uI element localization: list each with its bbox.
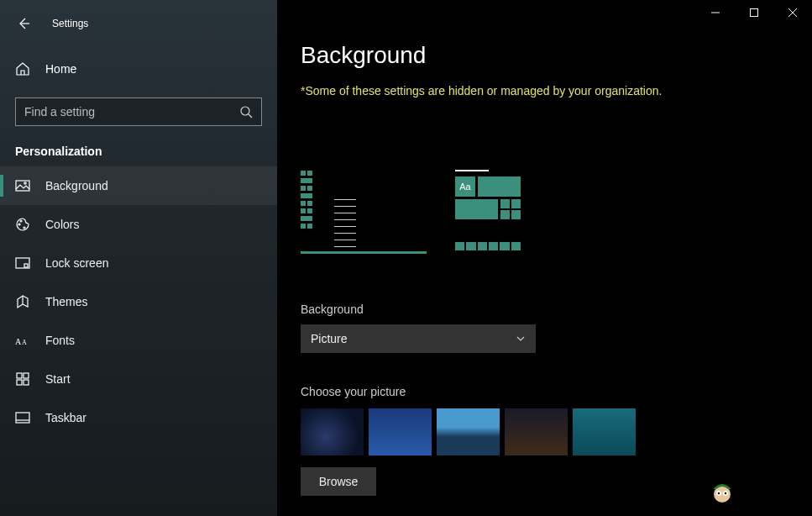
svg-point-23 (718, 492, 720, 494)
svg-rect-10 (17, 373, 22, 378)
preview-taskbar (301, 251, 427, 254)
search-box[interactable] (15, 97, 262, 126)
maximize-button[interactable] (735, 0, 773, 25)
svg-rect-1 (16, 181, 29, 191)
picture-thumb[interactable] (301, 408, 364, 455)
preview-start-page: Aa (455, 170, 521, 250)
background-dropdown[interactable]: Picture (301, 324, 536, 353)
minimize-icon (711, 8, 720, 17)
sidebar-item-taskbar[interactable]: Taskbar (0, 398, 277, 437)
home-icon (15, 61, 30, 76)
svg-rect-13 (24, 380, 29, 385)
close-icon (788, 8, 797, 17)
sidebar-item-label: Lock screen (45, 256, 108, 270)
home-label: Home (45, 62, 76, 76)
app-title: Settings (52, 18, 88, 29)
back-button[interactable] (15, 15, 32, 32)
home-nav[interactable]: Home (0, 50, 277, 87)
chevron-down-icon (516, 334, 526, 344)
svg-rect-17 (751, 9, 758, 17)
picture-thumb[interactable] (505, 408, 568, 455)
choose-picture-label: Choose your picture (301, 385, 812, 398)
svg-point-4 (20, 220, 22, 222)
sidebar-item-colors[interactable]: Colors (0, 205, 277, 244)
svg-point-0 (241, 107, 249, 115)
start-icon (15, 371, 30, 387)
preview-title-line (455, 170, 489, 171)
sidebar-item-themes[interactable]: Themes (0, 282, 277, 321)
svg-text:A: A (22, 339, 27, 346)
svg-rect-12 (17, 380, 22, 385)
background-dropdown-label: Background (301, 303, 812, 316)
back-arrow-icon (17, 17, 30, 30)
mascot-icon (708, 477, 736, 506)
background-dropdown-value: Picture (311, 332, 348, 345)
taskbar-icon (15, 410, 30, 425)
fonts-icon: A A (15, 333, 30, 348)
sidebar-item-label: Start (45, 372, 71, 386)
browse-button-label: Browse (319, 475, 359, 488)
picture-thumbnails (301, 408, 812, 455)
sidebar-item-fonts[interactable]: A A Fonts (0, 321, 277, 360)
picture-thumb[interactable] (573, 408, 636, 455)
svg-point-24 (725, 492, 726, 494)
theme-preview: Aa (301, 170, 812, 254)
picture-thumb[interactable] (437, 408, 500, 455)
sidebar-item-background[interactable]: Background (0, 166, 277, 205)
svg-point-2 (24, 182, 26, 184)
preview-sample-text: Aa (455, 176, 475, 197)
close-button[interactable] (773, 0, 812, 25)
svg-rect-11 (24, 373, 29, 378)
sidebar-item-label: Taskbar (45, 411, 86, 424)
section-title: Personalization (0, 126, 277, 166)
svg-point-5 (24, 227, 25, 229)
svg-rect-7 (24, 264, 28, 267)
sidebar-item-lock-screen[interactable]: Lock screen (0, 244, 277, 282)
search-container (15, 97, 262, 126)
sidebar: Settings Home Personalization (0, 0, 277, 516)
search-icon (239, 105, 253, 118)
picture-thumb[interactable] (369, 408, 432, 455)
maximize-icon (750, 8, 758, 17)
preview-start-menu (301, 171, 331, 251)
lock-screen-icon (15, 255, 30, 271)
window-controls (696, 0, 812, 25)
title-bar: Settings (0, 7, 277, 40)
sidebar-item-label: Colors (45, 218, 79, 231)
svg-text:A: A (15, 337, 22, 346)
preview-desktop (301, 170, 427, 254)
sidebar-item-label: Background (45, 179, 108, 192)
search-input[interactable] (24, 105, 239, 118)
browse-button[interactable]: Browse (301, 467, 376, 496)
themes-icon (15, 294, 30, 309)
sidebar-item-label: Themes (45, 295, 88, 308)
svg-rect-14 (16, 413, 29, 423)
picture-icon (15, 178, 30, 193)
org-managed-notice: *Some of these settings are hidden or ma… (301, 84, 812, 97)
sidebar-item-start[interactable]: Start (0, 360, 277, 398)
preview-taskbar-items (334, 199, 356, 247)
main-content: Background *Some of these settings are h… (277, 0, 812, 516)
palette-icon (15, 217, 30, 232)
minimize-button[interactable] (696, 0, 735, 25)
sidebar-item-label: Fonts (45, 334, 75, 347)
svg-point-3 (18, 224, 20, 225)
